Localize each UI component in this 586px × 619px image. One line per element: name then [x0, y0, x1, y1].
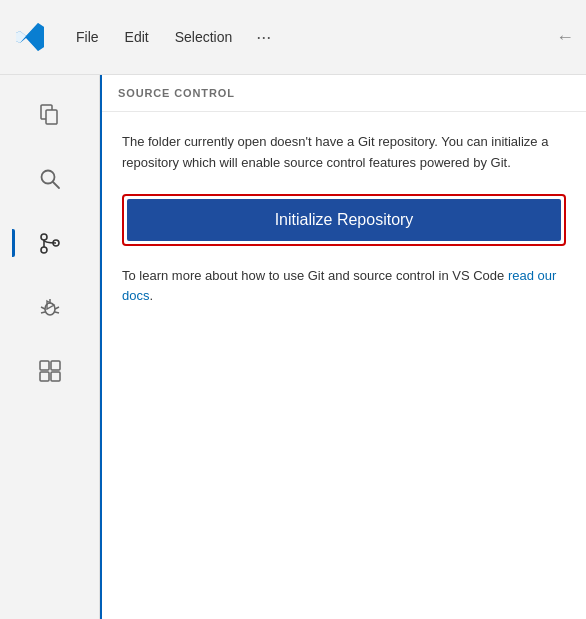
sidebar-item-extensions[interactable]	[20, 341, 80, 401]
svg-rect-16	[40, 361, 49, 370]
menu-bar: File Edit Selection ···	[66, 23, 279, 52]
svg-line-11	[41, 312, 45, 313]
extensions-icon	[36, 357, 64, 385]
main-layout: SOURCE CONTROL The folder currently open…	[0, 75, 586, 619]
svg-rect-17	[51, 361, 60, 370]
activity-bar	[0, 75, 100, 619]
explorer-icon	[36, 101, 64, 129]
vscode-logo	[12, 19, 48, 55]
svg-rect-2	[46, 110, 57, 124]
search-icon	[37, 166, 63, 192]
svg-point-5	[41, 234, 47, 240]
menu-selection[interactable]: Selection	[165, 25, 243, 49]
svg-marker-15	[47, 301, 54, 309]
svg-line-4	[53, 182, 59, 188]
svg-line-13	[55, 312, 59, 313]
initialize-repository-button[interactable]: Initialize Repository	[127, 199, 561, 241]
sidebar-item-explorer[interactable]	[20, 85, 80, 145]
sidebar-item-search[interactable]	[20, 149, 80, 209]
footer-text-before: To learn more about how to use Git and s…	[122, 268, 508, 283]
menu-more[interactable]: ···	[248, 23, 279, 52]
source-control-icon	[36, 229, 64, 257]
panel-content: The folder currently open doesn't have a…	[102, 112, 586, 327]
footer-text-after: .	[149, 288, 153, 303]
source-control-panel: SOURCE CONTROL The folder currently open…	[100, 75, 586, 619]
info-text: The folder currently open doesn't have a…	[122, 132, 566, 174]
run-icon	[36, 293, 64, 321]
svg-rect-18	[40, 372, 49, 381]
panel-header: SOURCE CONTROL	[102, 75, 586, 112]
sidebar-item-run[interactable]	[20, 277, 80, 337]
menu-edit[interactable]: Edit	[115, 25, 159, 49]
sidebar-item-source-control[interactable]	[20, 213, 80, 273]
menu-file[interactable]: File	[66, 25, 109, 49]
title-bar: File Edit Selection ··· ←	[0, 0, 586, 75]
init-button-wrapper: Initialize Repository	[122, 194, 566, 246]
back-button[interactable]: ←	[556, 27, 574, 48]
svg-rect-19	[51, 372, 60, 381]
footer-text: To learn more about how to use Git and s…	[122, 266, 566, 308]
svg-point-6	[41, 247, 47, 253]
